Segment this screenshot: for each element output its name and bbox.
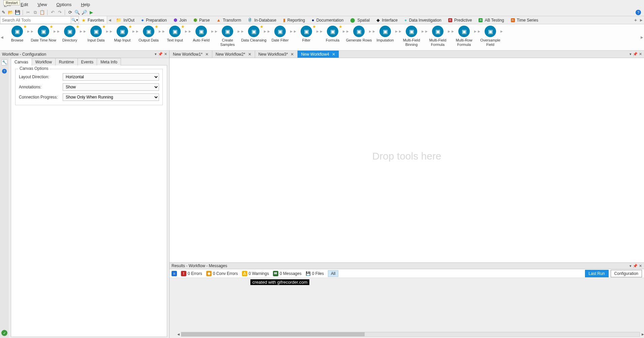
category-preparation[interactable]: ●Preparation bbox=[138, 16, 170, 24]
tool-filter[interactable]: ★▶▶▣Filter bbox=[293, 24, 319, 47]
warnings-count[interactable]: 0 Warnings bbox=[249, 271, 269, 276]
tool-oversample-field[interactable]: ▶▶▣Oversample Field bbox=[477, 24, 503, 47]
paste-icon[interactable]: 📋 bbox=[39, 10, 45, 15]
scroll-left-arrow[interactable]: ◀ bbox=[176, 332, 181, 336]
category-predictive[interactable]: RPredictive bbox=[445, 16, 476, 24]
panel-menu-icon[interactable]: ▾ bbox=[155, 52, 157, 56]
tool-create-samples[interactable]: ▶▶▣Create Samples bbox=[214, 24, 241, 47]
tool-map-input[interactable]: ★▶▶▣Map Input bbox=[109, 24, 135, 47]
palette-scroll-left[interactable]: ◀ bbox=[0, 35, 4, 39]
zoom-in-icon[interactable]: 🔍 bbox=[74, 10, 80, 15]
panel-close-icon[interactable]: ✕ bbox=[164, 52, 167, 56]
configuration-button[interactable]: Configuration bbox=[611, 270, 642, 277]
tab-workflow[interactable]: Workflow bbox=[32, 58, 56, 65]
panel-pin-icon[interactable]: 📌 bbox=[158, 52, 163, 56]
undo-icon[interactable]: ↶ bbox=[50, 10, 55, 15]
category-reporting[interactable]: ▮Reporting bbox=[280, 16, 308, 24]
scroll-right-icon[interactable]: ▶ bbox=[639, 16, 644, 24]
help-side-icon[interactable]: ? bbox=[1, 68, 7, 74]
category-ab-testing[interactable]: RAB Testing bbox=[475, 16, 507, 24]
tool-multi-row-formula[interactable]: ▶▶▣Multi-Row Formula bbox=[451, 24, 477, 47]
menu-help[interactable]: Help bbox=[81, 2, 90, 7]
category-interface[interactable]: ◆Interface bbox=[373, 16, 401, 24]
category-documentation[interactable]: ●Documentation bbox=[308, 16, 347, 24]
favorites-tab[interactable]: ★ Favorites bbox=[79, 16, 107, 24]
tool-auto-field[interactable]: ▶▶▣Auto Field bbox=[188, 24, 214, 47]
workflow-tab-1[interactable]: New Workflow1*✕ bbox=[170, 51, 212, 58]
palette-scroll-right[interactable]: ▶ bbox=[640, 35, 644, 39]
add-category-button[interactable]: ＋ bbox=[633, 16, 639, 24]
cut-icon[interactable]: ✂ bbox=[25, 10, 31, 15]
save-icon[interactable]: 💾 bbox=[15, 10, 20, 15]
tab-events[interactable]: Events bbox=[78, 58, 97, 65]
menu-options[interactable]: Options bbox=[56, 2, 71, 7]
errors-count[interactable]: 0 Errors bbox=[188, 271, 202, 276]
last-run-button[interactable]: Last Run bbox=[585, 270, 609, 277]
redo-icon[interactable]: ↷ bbox=[57, 10, 62, 15]
tab-canvas[interactable]: Canvas bbox=[11, 58, 32, 65]
category-parse[interactable]: ⬢Parse bbox=[190, 16, 213, 24]
tool-output-data[interactable]: ★▶▶▣Output Data bbox=[135, 24, 162, 47]
category-in-out[interactable]: 📁In/Out bbox=[113, 16, 138, 24]
results-scrollbar[interactable]: ◀ ▶ bbox=[181, 332, 640, 337]
tool-text-input[interactable]: ★▶▶▣Text Input bbox=[162, 24, 188, 47]
close-tab-icon[interactable]: ✕ bbox=[290, 52, 294, 57]
messages-count[interactable]: 0 Messages bbox=[280, 271, 302, 276]
annotations-select[interactable]: Show bbox=[63, 83, 159, 91]
tool-imputation[interactable]: ▶▶▣Imputation bbox=[372, 24, 398, 47]
search-dropdown[interactable]: 🔍▾ bbox=[71, 16, 79, 24]
close-tab-icon[interactable]: ✕ bbox=[248, 52, 251, 57]
tab-meta[interactable]: Meta Info bbox=[97, 58, 121, 65]
canvas-options-group: Canvas Options Layout Direction: Horizon… bbox=[15, 69, 163, 105]
files-count[interactable]: 0 Files bbox=[312, 271, 324, 276]
tool-multi-field-binning[interactable]: ▶▶▣Multi-Field Binning bbox=[398, 24, 425, 47]
scroll-left-icon[interactable]: ◀ bbox=[107, 16, 113, 24]
tool-directory[interactable]: ★▶▶▣Directory bbox=[57, 24, 83, 47]
results-menu-icon[interactable]: ▾ bbox=[630, 264, 632, 268]
help-icon[interactable]: ? bbox=[635, 10, 642, 15]
menu-view[interactable]: View bbox=[37, 2, 47, 7]
all-filter-button[interactable]: All bbox=[328, 270, 338, 277]
workflow-tab-4[interactable]: New Workflow4✕ bbox=[298, 51, 339, 58]
category-in-database[interactable]: 🛢In-Database bbox=[244, 16, 279, 24]
copy-icon[interactable]: ⧉ bbox=[32, 10, 38, 15]
tool-date-filter[interactable]: ▶▶▣Date Filter bbox=[267, 24, 293, 47]
wrench-icon[interactable]: 🔧 bbox=[1, 59, 7, 65]
tool-multi-field-formula[interactable]: ▶▶▣Multi-Field Formula bbox=[425, 24, 451, 47]
zoom-out-icon[interactable]: 🔎 bbox=[82, 10, 87, 15]
close-tab-icon[interactable]: ✕ bbox=[205, 52, 209, 57]
category-time-series[interactable]: RTime Series bbox=[508, 16, 542, 24]
category-transform[interactable]: ▲Transform bbox=[213, 16, 244, 24]
conv-errors-count[interactable]: 0 Conv Errors bbox=[213, 271, 238, 276]
results-close-icon[interactable]: ✕ bbox=[639, 264, 642, 268]
tabs-close-icon[interactable]: ✕ bbox=[639, 52, 642, 56]
layout-direction-select[interactable]: Horizontal bbox=[63, 73, 159, 81]
scroll-right-arrow[interactable]: ▶ bbox=[640, 332, 644, 336]
tabs-pin-icon[interactable]: 📌 bbox=[633, 52, 638, 56]
tool-browse[interactable]: ★▶▣Browse bbox=[4, 24, 30, 47]
tool-formula[interactable]: ★▶▶▣Formula bbox=[319, 24, 346, 47]
workflow-tab-2[interactable]: New Workflow2*✕ bbox=[212, 51, 255, 58]
category-spatial[interactable]: ⬤Spatial bbox=[347, 16, 373, 24]
menu-edit[interactable]: Edit bbox=[21, 2, 28, 7]
refresh-icon[interactable]: ⟳ bbox=[67, 10, 73, 15]
new-icon[interactable]: ✎ bbox=[1, 10, 6, 15]
tool-date-time-now[interactable]: ★▶▶▣Date Time Now bbox=[30, 24, 57, 47]
category-data-investigation[interactable]: ●Data Investigation bbox=[401, 16, 445, 24]
close-tab-icon[interactable]: ✕ bbox=[332, 52, 335, 57]
tab-runtime[interactable]: Runtime bbox=[55, 58, 78, 65]
category-join[interactable]: ⬢Join bbox=[170, 16, 190, 24]
scroll-thumb[interactable] bbox=[181, 332, 365, 336]
tool-generate-rows[interactable]: ▶▶▣Generate Rows bbox=[346, 24, 372, 47]
tabs-menu-icon[interactable]: ▾ bbox=[630, 52, 632, 56]
tool-data-cleansing[interactable]: ★▶▶▣Data Cleansing bbox=[241, 24, 267, 47]
tool-input-data[interactable]: ★▶▶▣Input Data bbox=[83, 24, 109, 47]
results-view-icon[interactable]: ≡ bbox=[172, 271, 177, 276]
open-icon[interactable]: 📂 bbox=[8, 10, 13, 15]
connection-progress-select[interactable]: Show Only When Running bbox=[63, 93, 159, 101]
results-pin-icon[interactable]: 📌 bbox=[633, 264, 638, 268]
canvas[interactable]: Drop tools here bbox=[170, 58, 644, 262]
run-icon[interactable]: ▶ bbox=[89, 10, 94, 15]
search-input[interactable] bbox=[0, 16, 71, 24]
workflow-tab-3[interactable]: New Workflow3*✕ bbox=[255, 51, 298, 58]
